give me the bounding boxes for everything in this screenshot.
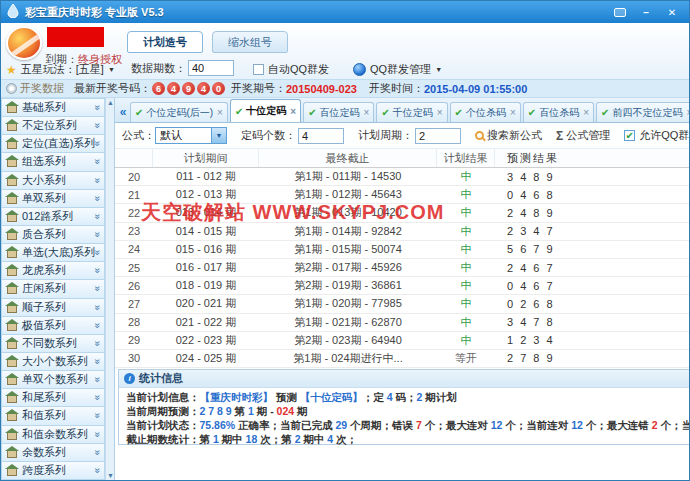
final-deadline: 第1期 - 013期 - 10420 [259, 205, 437, 220]
close-icon[interactable]: × [437, 107, 443, 118]
main-panel: « ✔个位定码(后一)×✔十位定码×✔百位定码×✔千位定码×✔个位杀码×✔百位杀… [114, 98, 690, 480]
final-deadline: 第1期 - 024期进行中... [259, 351, 437, 366]
stats-segment: 次； [333, 433, 357, 445]
table-row[interactable]: 21012 - 013 期第1期 - 012期 - 45643中0 4 6 8 [115, 186, 690, 204]
home-icon [7, 232, 17, 240]
plan-tab-前四不定位定码[interactable]: ✔前四不定位定码× [596, 102, 690, 122]
plan-tab-百位杀码[interactable]: ✔百位杀码× [523, 102, 594, 122]
formula-manage-button[interactable]: 公式管理 [566, 128, 610, 143]
close-icon[interactable]: × [217, 107, 223, 118]
formula-select[interactable]: 默认 ▼ [155, 127, 227, 144]
plan-tab-个位定码(后一)[interactable]: ✔个位定码(后一)× [130, 102, 228, 122]
sidebar-item-单选(大底)系列[interactable]: 单选(大底)系列» [1, 243, 105, 261]
sidebar-item-极值系列[interactable]: 极值系列» [1, 316, 105, 334]
home-icon [7, 196, 17, 204]
scroll-up-icon[interactable]: ▲ [107, 99, 114, 106]
close-icon[interactable]: × [364, 107, 370, 118]
stats-segment: 当前周期预测： [126, 405, 200, 417]
close-icon[interactable]: × [510, 107, 516, 118]
draw-ball: 6 [152, 82, 165, 95]
close-icon[interactable]: × [583, 107, 589, 118]
close-icon[interactable]: × [686, 107, 690, 118]
plan-tab-十位定码[interactable]: ✔十位定码× [230, 99, 301, 122]
header-cell: 最终截止 [259, 149, 437, 167]
scroll-down-icon[interactable]: ▼ [107, 472, 114, 479]
stats-segment: 个；最大连对 [422, 419, 491, 431]
stats-segment: ；定 [363, 391, 387, 403]
sidebar-item-和值系列[interactable]: 和值系列» [1, 406, 105, 424]
prediction-numbers: 0 4 6 7 [495, 280, 690, 292]
sidebar-item-组选系列[interactable]: 组选系列» [1, 152, 105, 170]
sidebar-item-庄闲系列[interactable]: 庄闲系列» [1, 279, 105, 297]
sidebar-item-和尾系列[interactable]: 和尾系列» [1, 388, 105, 406]
chevron-down-icon: » [93, 341, 104, 347]
sidebar-item-质合系列[interactable]: 质合系列» [1, 225, 105, 243]
sidebar-item-label: 基础系列 [22, 100, 66, 115]
sidebar-item-单双系列[interactable]: 单双系列» [1, 189, 105, 207]
table-row[interactable]: 20011 - 012 期第1期 - 011期 - 14530中3 4 8 9 [115, 168, 690, 186]
theme-button[interactable] [607, 4, 633, 20]
close-button[interactable]: ✕ [659, 4, 685, 20]
plan-table: 计划期间最终截止计划结果预测结果 20011 - 012 期第1期 - 011期… [115, 149, 690, 368]
plan-tab-label: 百位杀码 [539, 106, 579, 120]
sidebar-item-余数系列[interactable]: 余数系列» [1, 443, 105, 461]
info-icon: i [124, 373, 135, 384]
draw-section-label[interactable]: 开奖数据 [20, 81, 64, 96]
plan-tab-label: 个位杀码 [466, 106, 506, 120]
final-deadline: 第1期 - 012期 - 45643 [259, 187, 437, 202]
tab-计划造号[interactable]: 计划造号 [127, 31, 203, 53]
close-icon[interactable]: × [290, 106, 296, 117]
sidebar-item-跨度系列[interactable]: 跨度系列» [1, 461, 105, 480]
formula-label: 公式： [122, 128, 155, 143]
check-icon: ✔ [135, 107, 143, 118]
sidebar-item-顺子系列[interactable]: 顺子系列» [1, 298, 105, 316]
minimize-button[interactable]: – [633, 4, 659, 20]
search-formula-button[interactable]: 搜索新公式 [487, 128, 542, 143]
chevron-down-icon: » [93, 304, 104, 310]
issue-label: 开奖期号： [231, 81, 286, 96]
cycle-input[interactable] [415, 128, 461, 144]
plan-tab-千位定码[interactable]: ✔千位定码× [376, 102, 447, 122]
draw-ball: 9 [182, 82, 195, 95]
data-periods-input[interactable] [188, 60, 234, 76]
sidebar-item-基础系列[interactable]: 基础系列» [1, 98, 105, 116]
table-row[interactable]: 27020 - 021 期第1期 - 020期 - 77985中0 2 6 8 [115, 295, 690, 313]
sidebar-item-大小个数系列[interactable]: 大小个数系列» [1, 352, 105, 370]
table-row[interactable]: 24015 - 016 期第1期 - 015期 - 50074中5 6 7 9 [115, 241, 690, 259]
sidebar-item-不同数系列[interactable]: 不同数系列» [1, 334, 105, 352]
qq-manage-dropdown[interactable]: QQ群发管理 ▼ [353, 62, 442, 77]
table-row[interactable]: 25016 - 017 期第2期 - 017期 - 45926中2 4 6 7 [115, 259, 690, 277]
sidebar-item-单双个数系列[interactable]: 单双个数系列» [1, 370, 105, 388]
tab-缩水组号[interactable]: 缩水组号 [212, 31, 288, 53]
sidebar-item-label: 跨度系列 [22, 463, 66, 478]
table-row[interactable]: 26018 - 019 期第2期 - 019期 - 36861中0 4 6 7 [115, 277, 690, 295]
sidebar-item-012路系列[interactable]: 012路系列» [1, 207, 105, 225]
sidebar-item-和值余数系列[interactable]: 和值余数系列» [1, 425, 105, 443]
draw-ball: 4 [167, 82, 180, 95]
table-row[interactable]: 22013 - 014 期第1期 - 013期 - 10420中2 4 8 9 [115, 204, 690, 222]
row-number: 28 [115, 316, 153, 328]
stats-segment: 期计划 [422, 391, 456, 403]
auto-qq-label: 自动QQ群发 [268, 62, 329, 77]
plan-tab-百位定码[interactable]: ✔百位定码× [303, 102, 374, 122]
sidebar-item-龙虎系列[interactable]: 龙虎系列» [1, 261, 105, 279]
plan-tab-个位杀码[interactable]: ✔个位杀码× [450, 102, 521, 122]
sidebar-item-大小系列[interactable]: 大小系列» [1, 171, 105, 189]
qq-manage-label: QQ群发管理 [370, 62, 431, 77]
plan-period: 024 - 025 期 [153, 351, 259, 366]
table-row[interactable]: 30024 - 025 期第1期 - 024期进行中...等开2 7 8 9 [115, 350, 690, 368]
plan-period: 016 - 017 期 [153, 260, 259, 275]
tabs-scroll-left-button[interactable]: « [116, 105, 130, 122]
plan-result: 中 [437, 205, 495, 220]
table-row[interactable]: 28021 - 022 期第1期 - 021期 - 62870中3 4 7 8 [115, 314, 690, 332]
allow-qq-checkbox[interactable]: ✔ [624, 130, 635, 141]
play-mode-dropdown[interactable]: ★ 五星玩法：[五星] ▼ [6, 62, 115, 77]
table-row[interactable]: 29022 - 023 期第2期 - 023期 - 64940中1 2 3 4 [115, 332, 690, 350]
auto-qq-checkbox[interactable]: 自动QQ群发 [253, 62, 329, 77]
final-deadline: 第1期 - 020期 - 77985 [259, 296, 437, 311]
sidebar-item-定位(直选)系列[interactable]: 定位(直选)系列» [1, 134, 105, 152]
home-icon [7, 413, 17, 421]
sidebar-item-不定位系列[interactable]: 不定位系列» [1, 116, 105, 134]
table-row[interactable]: 23014 - 015 期第1期 - 014期 - 92842中2 3 4 7 [115, 223, 690, 241]
digit-count-input[interactable] [298, 128, 344, 144]
